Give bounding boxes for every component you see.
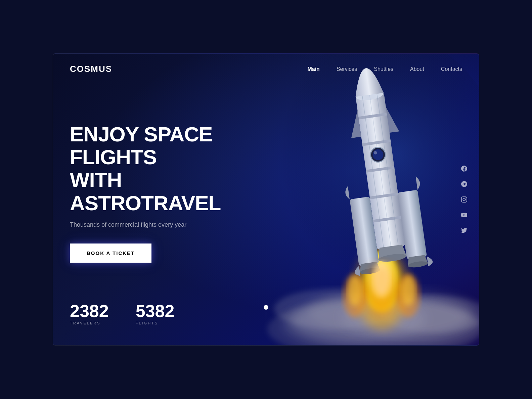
nav-item-contacts[interactable]: Contacts [441,66,462,72]
travelers-number: 2382 [70,302,109,320]
hero-title-line1: ENJOY SPACE FLIGHTS [70,123,212,169]
navbar: COSMUS Main Services Shuttles About Cont… [53,54,479,84]
nav-link-contacts[interactable]: Contacts [441,66,462,72]
page-wrapper: COSMUS Main Services Shuttles About Cont… [53,53,479,346]
facebook-icon[interactable] [459,164,469,173]
nav-link-main[interactable]: Main [307,66,319,72]
stat-travelers: 2382 TRAVELERS [70,302,109,325]
stat-flights: 5382 FLIGHTS [136,302,175,325]
hero-section: ENJOY SPACE FLIGHTS WITH ASTROTRAVEL Tho… [70,123,258,263]
svg-point-13 [347,275,362,306]
scroll-indicator [264,305,268,328]
flights-label: FLIGHTS [136,321,175,325]
nav-link-about[interactable]: About [410,66,424,72]
hero-title-line2: WITH ASTROTRAVEL [70,169,221,215]
flights-number: 5382 [136,302,175,320]
travelers-label: TRAVELERS [70,321,109,325]
nav-links: Main Services Shuttles About Contacts [307,66,462,72]
scroll-line [266,312,266,328]
nav-item-shuttles[interactable]: Shuttles [374,66,393,72]
hero-subtitle: Thousands of commercial flights every ye… [70,221,258,228]
social-icons [459,164,469,235]
telegram-icon[interactable] [459,179,469,189]
instagram-icon[interactable] [459,195,469,204]
logo: COSMUS [70,64,112,74]
scroll-dot [264,305,268,310]
svg-point-15 [401,275,416,306]
youtube-icon[interactable] [459,210,469,220]
nav-link-shuttles[interactable]: Shuttles [374,66,393,72]
nav-item-main[interactable]: Main [307,66,319,72]
nav-link-services[interactable]: Services [337,66,357,72]
hero-title: ENJOY SPACE FLIGHTS WITH ASTROTRAVEL [70,123,258,215]
svg-point-36 [366,262,397,316]
stats-section: 2382 TRAVELERS 5382 FLIGHTS [70,302,174,325]
nav-item-about[interactable]: About [410,66,424,72]
twitter-icon[interactable] [459,226,469,235]
nav-item-services[interactable]: Services [337,66,357,72]
book-ticket-button[interactable]: BOOK A TICKET [70,243,151,263]
